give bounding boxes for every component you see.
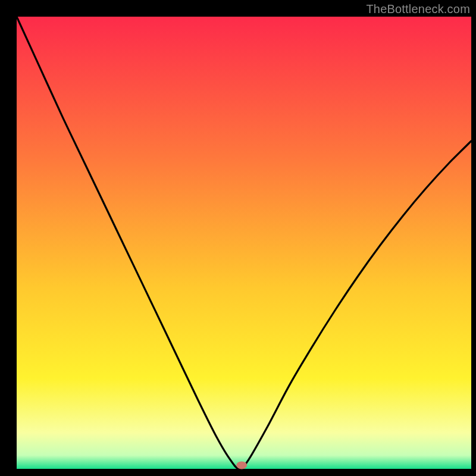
bottleneck-chart	[0, 0, 476, 476]
watermark-text: TheBottleneck.com	[366, 2, 470, 16]
chart-frame: TheBottleneck.com	[0, 0, 476, 476]
plot-background	[17, 17, 471, 469]
minimum-marker	[236, 461, 247, 469]
